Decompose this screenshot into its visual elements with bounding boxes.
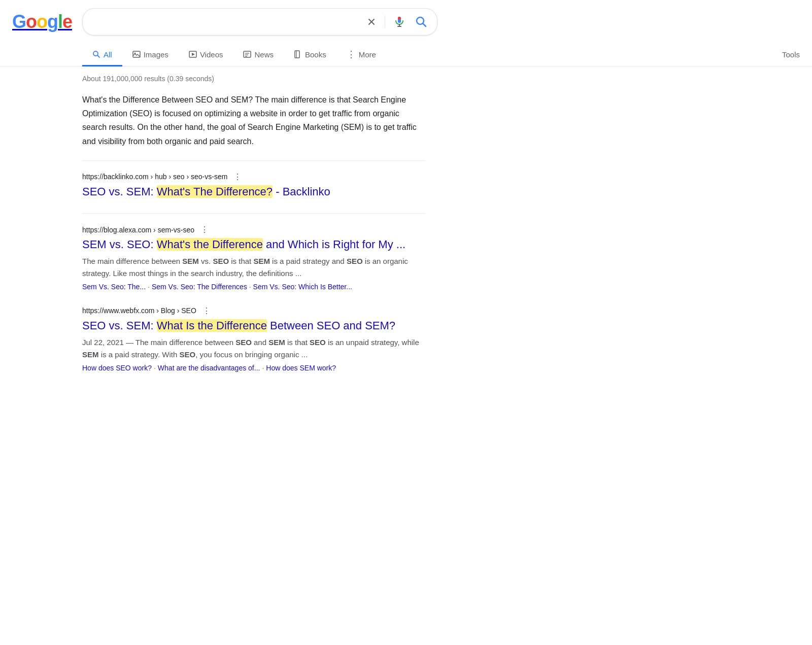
tab-videos-label: Videos xyxy=(200,50,223,59)
result-title-0[interactable]: SEO vs. SEM: What's The Difference? - Ba… xyxy=(82,185,425,199)
result-desc-1: The main difference between SEM vs. SEO … xyxy=(82,255,425,280)
clear-button[interactable] xyxy=(364,15,379,29)
results-count: About 191,000,000 results (0.39 seconds) xyxy=(82,75,425,83)
main-content: About 191,000,000 results (0.39 seconds)… xyxy=(0,66,507,406)
result-url-0: https://backlinko.com › hub › seo › seo-… xyxy=(82,173,227,181)
result-sitelinks-1: Sem Vs. Seo: The... · Sem Vs. Seo: The D… xyxy=(82,283,425,291)
bold-seo-4: SEO xyxy=(310,338,326,347)
result-title-before-1: SEM vs. SEO: xyxy=(82,238,157,251)
tab-all-icon xyxy=(92,50,100,58)
bold-seo-3: SEO xyxy=(235,338,252,347)
separator-0 xyxy=(82,160,425,161)
search-input[interactable]: seo vs sem xyxy=(91,17,358,27)
result-title-after-2: Between SEO and SEM? xyxy=(267,319,395,332)
bold-sem-2: SEM xyxy=(253,257,270,265)
sitelink-2-0[interactable]: How does SEO work? xyxy=(82,364,152,372)
svg-rect-1 xyxy=(398,17,401,20)
tab-images[interactable]: Images xyxy=(122,44,179,66)
result-kebab-1[interactable]: ⋮ xyxy=(198,224,211,235)
tab-news-icon xyxy=(243,50,251,58)
result-item-1: https://blog.alexa.com › sem-vs-seo ⋮ SE… xyxy=(82,224,425,291)
sitelink-sep-2-1: · xyxy=(262,364,264,372)
sitelink-sep-1-1: · xyxy=(249,283,251,291)
result-title-after-1: and Which is Right for My ... xyxy=(263,238,405,251)
result-url-row-2: https://www.webfx.com › Blog › SEO ⋮ xyxy=(82,305,425,317)
result-kebab-0[interactable]: ⋮ xyxy=(231,171,244,183)
tab-news[interactable]: News xyxy=(233,44,284,66)
microphone-button[interactable] xyxy=(391,14,408,30)
tab-images-label: Images xyxy=(144,50,168,59)
bold-sem-4: SEM xyxy=(82,350,99,359)
result-sitelinks-2: How does SEO work? · What are the disadv… xyxy=(82,364,425,372)
sitelink-1-2[interactable]: Sem Vs. Seo: Which Is Better... xyxy=(253,283,352,291)
logo-letter-l: l xyxy=(58,11,62,32)
result-url-row-1: https://blog.alexa.com › sem-vs-seo ⋮ xyxy=(82,224,425,235)
result-desc-2: Jul 22, 2021 — The main difference betwe… xyxy=(82,336,425,361)
header: Google seo vs sem xyxy=(0,0,812,44)
tab-tools[interactable]: Tools xyxy=(772,44,812,66)
tab-news-label: News xyxy=(254,50,274,59)
logo-letter-e: e xyxy=(62,11,72,32)
separator-1 xyxy=(82,213,425,214)
result-item-2: https://www.webfx.com › Blog › SEO ⋮ SEO… xyxy=(82,305,425,372)
result-url-1: https://blog.alexa.com › sem-vs-seo xyxy=(82,226,194,234)
clear-icon xyxy=(366,17,377,27)
sitelink-1-0[interactable]: Sem Vs. Seo: The... xyxy=(82,283,146,291)
result-title-1[interactable]: SEM vs. SEO: What's the Difference and W… xyxy=(82,237,425,252)
divider xyxy=(385,16,385,28)
result-title-after-0: - Backlinko xyxy=(273,185,330,198)
bold-sem-3: SEM xyxy=(268,338,285,347)
logo-letter-g: g xyxy=(47,11,58,32)
search-bar-actions xyxy=(364,14,429,30)
tab-all[interactable]: All xyxy=(82,44,122,66)
result-title-highlight-0: What's The Difference? xyxy=(157,185,273,198)
result-item-0: https://backlinko.com › hub › seo › seo-… xyxy=(82,171,425,199)
logo-letter-o1: o xyxy=(26,11,37,32)
microphone-icon xyxy=(393,16,405,28)
tab-more-label: More xyxy=(359,50,376,59)
bold-seo-1: SEO xyxy=(213,257,229,265)
svg-rect-2 xyxy=(398,20,401,23)
result-title-2[interactable]: SEO vs. SEM: What Is the Difference Betw… xyxy=(82,319,425,333)
tab-videos[interactable]: Videos xyxy=(179,44,233,66)
search-icon xyxy=(416,16,427,27)
sitelink-sep-1-0: · xyxy=(148,283,150,291)
tab-books-icon xyxy=(294,50,302,58)
result-title-highlight-1: What's the Difference xyxy=(157,238,263,251)
sitelink-1-1[interactable]: Sem Vs. Seo: The Differences xyxy=(152,283,247,291)
logo-letter-o2: o xyxy=(37,11,47,32)
svg-rect-17 xyxy=(295,51,299,58)
svg-line-8 xyxy=(97,55,99,57)
logo-letter-G: G xyxy=(12,11,26,32)
tab-videos-icon xyxy=(189,50,197,58)
nav-tabs: All Images Videos xyxy=(0,44,812,66)
result-title-before-0: SEO vs. SEM: xyxy=(82,185,157,198)
tab-more[interactable]: ⋮ More xyxy=(336,44,386,66)
result-title-highlight-2: What Is the Difference xyxy=(157,319,267,332)
search-bar-container: seo vs sem xyxy=(82,8,437,36)
bold-sem-1: SEM xyxy=(182,257,199,265)
svg-rect-9 xyxy=(133,51,140,57)
search-bar: seo vs sem xyxy=(82,8,437,36)
tab-more-icon: ⋮ xyxy=(347,50,356,59)
sitelink-sep-2-0: · xyxy=(154,364,156,372)
result-url-2: https://www.webfx.com › Blog › SEO xyxy=(82,307,196,315)
tab-all-label: All xyxy=(104,50,112,59)
sitelink-2-1[interactable]: What are the disadvantages of... xyxy=(158,364,260,372)
featured-snippet: What's the Difference Between SEO and SE… xyxy=(82,93,425,148)
tab-images-icon xyxy=(132,50,141,58)
result-url-row-0: https://backlinko.com › hub › seo › seo-… xyxy=(82,171,425,183)
result-title-before-2: SEO vs. SEM: xyxy=(82,319,157,332)
result-kebab-2[interactable]: ⋮ xyxy=(200,305,213,317)
bold-seo-2: SEO xyxy=(347,257,363,265)
google-logo[interactable]: Google xyxy=(12,11,72,32)
tab-tools-label: Tools xyxy=(782,50,800,59)
svg-line-6 xyxy=(423,23,426,26)
svg-marker-12 xyxy=(192,53,195,56)
bold-seo-5: SEO xyxy=(179,350,195,359)
sitelink-2-2[interactable]: How does SEM work? xyxy=(266,364,336,372)
tab-books[interactable]: Books xyxy=(284,44,336,66)
tab-books-label: Books xyxy=(305,50,326,59)
search-button[interactable] xyxy=(414,14,429,29)
